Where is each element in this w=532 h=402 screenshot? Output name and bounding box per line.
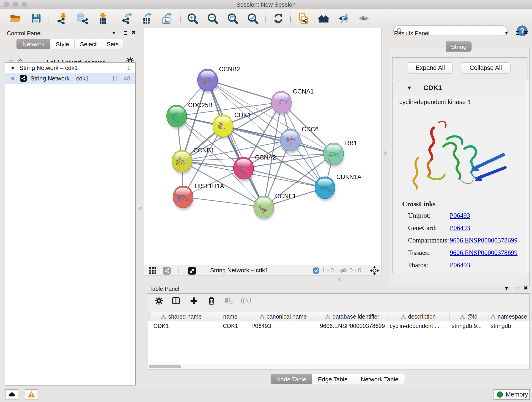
table-panel-menu-icon[interactable]: ▼ — [505, 286, 508, 291]
table-panel-float-icon[interactable] — [516, 287, 519, 290]
scrollbar-thumb[interactable] — [149, 365, 181, 368]
network-row[interactable]: String Network – cdk1 11 48 — [5, 73, 135, 84]
zoom-selected-button[interactable] — [247, 12, 259, 25]
add-column-icon[interactable] — [190, 296, 198, 306]
table-row[interactable]: CDK1CDK1P064939606.ENSP00000378699cyclin… — [148, 321, 530, 331]
column-header-description[interactable]: description — [387, 312, 450, 321]
warnings-button[interactable] — [25, 389, 38, 400]
save-session-button[interactable] — [31, 13, 42, 25]
edge-HIST1H1A-CCNE1[interactable] — [183, 197, 264, 207]
selected-checkbox-icon[interactable] — [313, 268, 319, 274]
table-cell[interactable]: 9606.ENSP00000378699 — [317, 323, 387, 329]
grid-view-icon[interactable] — [149, 267, 157, 275]
birds-eye-view-icon[interactable] — [370, 266, 379, 276]
node-CCNB2[interactable] — [197, 69, 218, 93]
table-cell[interactable]: stringdb — [488, 323, 530, 329]
node-CDKN1A[interactable] — [315, 177, 336, 201]
tab-network[interactable]: Network — [17, 39, 51, 49]
control-panel-float-icon[interactable] — [124, 32, 127, 35]
section-caret-icon[interactable]: ▼ — [408, 85, 411, 90]
tab-style[interactable]: Style — [51, 39, 75, 49]
network-graph[interactable]: CCNB2CCNA1CDC25BCDK1CDC6RB1CCNB1CCNA2CDK… — [144, 28, 381, 265]
import-network-button[interactable] — [56, 12, 68, 25]
cloud-button[interactable] — [5, 389, 18, 400]
results-panel-menu-icon[interactable]: ▼ — [505, 31, 508, 35]
crosslink-link[interactable]: P06493 — [450, 212, 470, 219]
collapse-all-button[interactable]: Collapse All — [461, 62, 510, 73]
export-table-button[interactable] — [141, 12, 152, 25]
tab-network-table[interactable]: Network Table — [354, 374, 405, 384]
column-header-shared-name[interactable]: shared name — [151, 312, 212, 321]
import-network-from-database-button[interactable] — [76, 12, 88, 26]
tab-edge-table[interactable]: Edge Table — [312, 374, 354, 384]
crosslink-link[interactable]: P06493 — [450, 224, 470, 232]
node-CCNB1[interactable] — [172, 150, 193, 174]
node-CDK1[interactable] — [213, 115, 234, 139]
delete-column-icon[interactable] — [207, 296, 216, 306]
column-header-database-identifier[interactable]: database identifier — [317, 312, 387, 321]
table-panel-close-icon[interactable]: ✖ — [524, 285, 528, 291]
control-panel-menu-icon[interactable]: ▼ — [112, 31, 115, 35]
network-canvas[interactable]: CCNB2CCNA1CDC25BCDK1CDC6RB1CCNB1CCNA2CDK… — [144, 28, 381, 265]
node-CCNA2[interactable] — [234, 157, 254, 182]
show-all-networks-button[interactable] — [317, 12, 330, 26]
results-scrollbar[interactable] — [526, 81, 530, 273]
column-header--id[interactable]: @id — [450, 312, 488, 321]
tab-sets[interactable]: Sets — [102, 39, 123, 49]
column-header-canonical-name[interactable]: canonical name — [249, 312, 317, 321]
node-CDC25B[interactable] — [167, 105, 187, 129]
node-CCNE1[interactable] — [254, 196, 274, 220]
column-header-namespace[interactable]: namespace — [488, 312, 530, 321]
import-table-button[interactable] — [97, 12, 109, 25]
show-hidden-button[interactable] — [358, 12, 370, 26]
zoom-fit-button[interactable] — [227, 12, 239, 25]
export-network-button[interactable] — [121, 12, 133, 25]
export-image-button[interactable] — [161, 12, 172, 25]
results-panel-close-icon[interactable]: ✖ — [524, 29, 528, 36]
table-horizontal-scrollbar[interactable] — [148, 364, 530, 369]
results-panel-float-icon[interactable] — [516, 32, 519, 35]
network-badge-icon[interactable] — [163, 267, 171, 275]
splitter-handle[interactable] — [139, 207, 142, 210]
table-cell[interactable]: P06493 — [249, 323, 317, 329]
node-HIST1H1A[interactable] — [173, 186, 194, 210]
copy-network-button[interactable] — [298, 12, 310, 25]
apply-layout-button[interactable] — [272, 12, 284, 25]
status-bar: Memory — [0, 387, 532, 402]
expand-all-button[interactable]: Expand All — [408, 62, 453, 73]
node-CCNA1[interactable] — [271, 91, 292, 115]
table-cell[interactable]: CDK1 — [212, 323, 249, 329]
open-session-button[interactable] — [9, 12, 22, 26]
splitter-handle[interactable] — [338, 278, 341, 281]
tab-string[interactable]: String — [446, 41, 472, 51]
table-gear-icon[interactable] — [155, 296, 163, 306]
tab-select[interactable]: Select — [75, 39, 102, 49]
column-header-name[interactable]: name — [212, 312, 249, 321]
zoom-out-button[interactable] — [207, 12, 219, 25]
protein-section-header[interactable]: ▼ CDK1 — [393, 81, 527, 95]
table-cell[interactable]: cyclin-dependent ... — [387, 323, 450, 329]
control-panel-title: Control Panel — [7, 30, 41, 37]
crosslink-link[interactable]: 9606.ENSP00000378699 — [450, 236, 518, 244]
show-columns-icon[interactable] — [172, 296, 180, 306]
network-collection-row[interactable]: ▼ String Network – cdk1 1 — [5, 63, 135, 73]
edge-CCNB2-CCNA1[interactable] — [208, 80, 281, 102]
control-panel-close-icon[interactable]: ✖ — [131, 29, 136, 36]
import-table-icon — [97, 12, 109, 24]
delete-table-icon — [225, 297, 233, 306]
crosslink-link[interactable]: P06493 — [450, 261, 470, 269]
crosslink-link[interactable]: 9606.ENSP00000378699 — [450, 249, 518, 256]
tab-node-table[interactable]: Node Table — [271, 374, 312, 384]
zoom-selected-icon — [247, 12, 259, 24]
node-RB1[interactable] — [323, 143, 344, 167]
table-cell[interactable]: CDK1 — [151, 323, 212, 329]
hide-selected-button[interactable] — [337, 12, 350, 26]
splitter-handle[interactable] — [384, 152, 387, 155]
open-in-new-window-icon[interactable] — [188, 267, 196, 275]
hidden-eye-icon[interactable] — [339, 268, 348, 274]
memory-button[interactable]: Memory — [494, 389, 530, 400]
table-cell[interactable]: stringdb:9... — [450, 323, 488, 329]
crosslink-label: Uniprot: — [408, 212, 450, 219]
zoom-in-button[interactable] — [186, 12, 198, 25]
collection-caret-icon[interactable]: ▼ — [11, 65, 14, 70]
